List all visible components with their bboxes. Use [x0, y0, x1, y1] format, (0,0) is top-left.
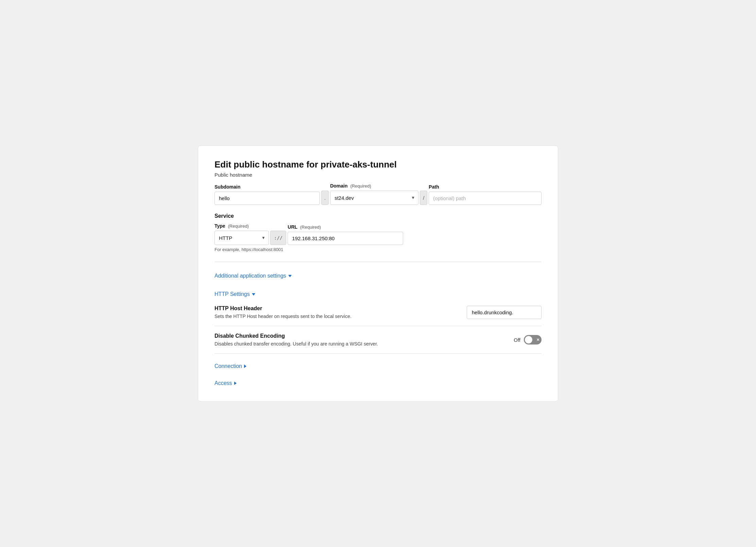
domain-required: (Required) — [350, 183, 371, 189]
disable-chunked-row: Disable Chunked Encoding Disables chunke… — [214, 326, 542, 354]
chunked-toggle[interactable]: ✕ — [524, 335, 542, 345]
subdomain-label: Subdomain — [214, 184, 320, 190]
toggle-x-icon: ✕ — [536, 338, 539, 342]
http-settings-toggle[interactable]: HTTP Settings — [214, 290, 255, 299]
divider-1 — [214, 262, 542, 262]
disable-chunked-description: Disables chunked transfer encoding. Usef… — [214, 341, 500, 347]
chunked-toggle-label: Off — [514, 337, 520, 343]
http-host-header-input[interactable] — [467, 306, 542, 319]
subdomain-group: Subdomain — [214, 184, 320, 205]
access-toggle[interactable]: Access — [214, 379, 237, 388]
domain-group: Domain (Required) st24.dev example.com ▼ — [330, 183, 418, 205]
type-url-row: Type (Required) HTTP HTTPS SSH TCP UDP ▼… — [214, 223, 542, 245]
domain-select-wrapper: st24.dev example.com ▼ — [330, 191, 418, 205]
slash-separator: / — [420, 191, 427, 205]
url-required: (Required) — [300, 225, 321, 230]
protocol-badge: :// — [270, 231, 286, 245]
toggle-thumb — [525, 336, 532, 343]
url-input[interactable] — [288, 232, 403, 245]
type-group: Type (Required) HTTP HTTPS SSH TCP UDP ▼ — [214, 223, 269, 245]
dot-separator: . — [321, 191, 329, 205]
connection-section: Connection — [214, 362, 542, 371]
http-host-header-description: Sets the HTTP Host header on requests se… — [214, 314, 453, 319]
disable-chunked-info: Disable Chunked Encoding Disables chunke… — [214, 333, 514, 347]
service-section: Service Type (Required) HTTP HTTPS SSH T… — [214, 213, 542, 252]
path-group: Path — [429, 184, 542, 205]
http-settings-chevron-down-icon — [252, 293, 255, 296]
chunked-toggle-wrapper: Off ✕ — [514, 335, 542, 345]
path-label: Path — [429, 184, 542, 190]
http-host-header-title: HTTP Host Header — [214, 305, 453, 312]
http-host-header-row: HTTP Host Header Sets the HTTP Host head… — [214, 299, 542, 326]
hostname-row: Subdomain . Domain (Required) st24.dev e… — [214, 183, 542, 205]
http-host-header-info: HTTP Host Header Sets the HTTP Host head… — [214, 305, 467, 319]
type-select[interactable]: HTTP HTTPS SSH TCP UDP — [214, 231, 269, 245]
connection-toggle[interactable]: Connection — [214, 362, 246, 371]
type-label: Type (Required) — [214, 223, 269, 229]
path-input[interactable] — [429, 192, 542, 205]
access-section: Access — [214, 379, 542, 388]
url-group: URL (Required) — [288, 224, 403, 245]
additional-settings-section: Additional application settings — [214, 271, 542, 280]
domain-select[interactable]: st24.dev example.com — [330, 191, 418, 205]
additional-settings-toggle[interactable]: Additional application settings — [214, 271, 292, 280]
domain-label: Domain (Required) — [330, 183, 418, 189]
access-chevron-right-icon — [234, 382, 237, 385]
http-settings-section: HTTP Settings HTTP Host Header Sets the … — [214, 290, 542, 354]
disable-chunked-title: Disable Chunked Encoding — [214, 333, 500, 339]
url-example-text: For example, https://localhost:8001 — [214, 247, 542, 252]
main-card: Edit public hostname for private-aks-tun… — [198, 145, 558, 402]
page-title: Edit public hostname for private-aks-tun… — [214, 159, 542, 170]
public-hostname-label: Public hostname — [214, 172, 542, 178]
type-required: (Required) — [228, 224, 249, 229]
type-select-wrapper: HTTP HTTPS SSH TCP UDP ▼ — [214, 231, 269, 245]
service-label: Service — [214, 213, 542, 219]
additional-settings-chevron-down-icon — [288, 275, 292, 277]
subdomain-input[interactable] — [214, 192, 320, 205]
url-label: URL (Required) — [288, 224, 403, 230]
connection-chevron-right-icon — [244, 365, 246, 368]
